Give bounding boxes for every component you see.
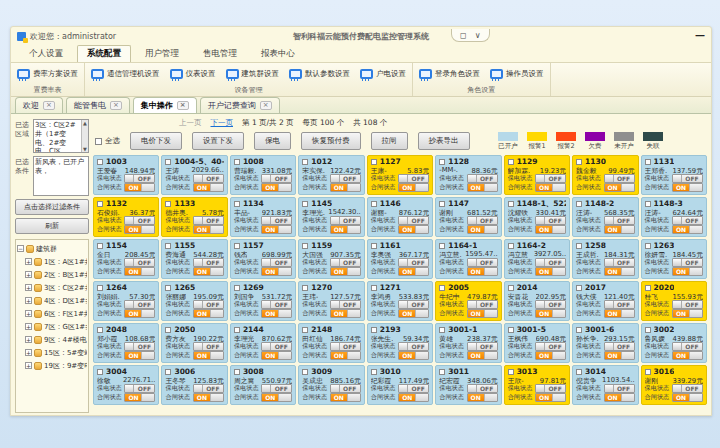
gate-toggle[interactable]: ON (604, 267, 635, 276)
card-checkbox[interactable] (576, 159, 582, 165)
scroll-up-icon[interactable]: ▲ (83, 120, 87, 126)
guard-toggle[interactable]: OFF (124, 258, 155, 267)
card-checkbox[interactable] (165, 201, 171, 207)
meter-card[interactable]: 1148-2汪涛-568.35元保电状态OFF合闸状态ON (572, 197, 638, 237)
gate-toggle[interactable]: ON (467, 183, 498, 192)
gate-toggle[interactable]: ON (398, 309, 429, 318)
card-checkbox[interactable] (97, 327, 103, 333)
guard-toggle[interactable]: OFF (467, 342, 498, 351)
guard-toggle[interactable]: OFF (398, 216, 429, 225)
menu-item-2[interactable]: 用户管理 (135, 45, 189, 62)
gate-toggle[interactable]: ON (467, 225, 498, 234)
meter-card[interactable]: 2148田红仙186.74元保电状态OFF合闸状态ON (298, 323, 364, 363)
gate-toggle[interactable]: ON (398, 351, 429, 360)
card-checkbox[interactable] (576, 243, 582, 249)
gate-toggle[interactable]: ON (193, 393, 224, 402)
guard-toggle[interactable]: OFF (124, 300, 155, 309)
tree-item-2[interactable]: +3区：C区2#井（1#变 (17, 281, 87, 294)
meter-card[interactable]: 1130魏金毅99.49元保电状态OFF合闸状态ON (572, 155, 638, 195)
expand-icon[interactable]: + (25, 258, 32, 265)
guard-toggle[interactable]: OFF (193, 300, 224, 309)
card-checkbox[interactable] (439, 243, 445, 249)
meter-card[interactable]: 1157钱杰698.99元保电状态OFF合闸状态ON (230, 239, 296, 279)
guard-toggle[interactable]: OFF (193, 258, 224, 267)
meter-card[interactable]: 2050费方友190.22元保电状态OFF合闸状态ON (161, 323, 227, 363)
expand-icon[interactable]: + (25, 271, 32, 278)
ribbon-button-1-2[interactable]: 建筑群设置 (226, 69, 280, 79)
card-checkbox[interactable] (165, 327, 171, 333)
tab-1[interactable]: 能管售电× (66, 97, 130, 113)
tool-button-3[interactable]: 恢复预付费 (301, 132, 361, 150)
card-checkbox[interactable] (302, 159, 308, 165)
card-checkbox[interactable] (302, 327, 308, 333)
gate-toggle[interactable]: ON (672, 267, 703, 276)
filter-select-button[interactable]: 点击选择过滤条件 (15, 199, 89, 215)
card-checkbox[interactable] (234, 327, 240, 333)
gate-toggle[interactable]: ON (672, 225, 703, 234)
guard-toggle[interactable]: OFF (604, 174, 635, 183)
collapse-icon[interactable]: − (17, 245, 24, 252)
guard-toggle[interactable]: OFF (261, 300, 292, 309)
card-checkbox[interactable] (439, 201, 445, 207)
guard-toggle[interactable]: OFF (604, 258, 635, 267)
card-checkbox[interactable] (97, 285, 103, 291)
tree-item-1[interactable]: +2区：B区1#井/B区1 (17, 268, 87, 281)
meter-card[interactable]: 1164-1冯立慧.1595.47..保电状态OFF合闸状态ON (435, 239, 501, 279)
gate-toggle[interactable]: ON (535, 393, 566, 402)
guard-toggle[interactable]: OFF (261, 174, 292, 183)
guard-toggle[interactable]: OFF (467, 258, 498, 267)
tool-button-1[interactable]: 设置下发 (192, 132, 244, 150)
gate-toggle[interactable]: ON (672, 183, 703, 192)
card-checkbox[interactable] (439, 285, 445, 291)
gate-toggle[interactable]: ON (398, 267, 429, 276)
listbox-scrollbar[interactable]: ▲ ▼ (81, 120, 88, 152)
guard-toggle[interactable]: OFF (330, 174, 361, 183)
guard-toggle[interactable]: OFF (672, 384, 703, 393)
meter-card[interactable]: 3001-5王枫伟690.48元保电状态OFF合闸状态ON (504, 323, 570, 363)
meter-card[interactable]: 1258王成哲.184.31元保电状态OFF合闸状态ON (572, 239, 638, 279)
refresh-button[interactable]: 刷新 (15, 218, 89, 234)
meter-card[interactable]: 1132石俊娟.36.37元保电状态OFF合闸状态ON (93, 197, 159, 237)
card-checkbox[interactable] (645, 369, 651, 375)
meter-card[interactable]: 1148-1、522沈耀铁330.41元保电状态OFF合闸状态ON (504, 197, 570, 237)
close-icon[interactable]: × (260, 101, 272, 110)
card-checkbox[interactable] (302, 243, 308, 249)
meter-card[interactable]: 1146谢丽-876.12元保电状态OFF合闸状态ON (367, 197, 433, 237)
guard-toggle[interactable]: OFF (124, 216, 155, 225)
card-checkbox[interactable] (508, 285, 514, 291)
guard-toggle[interactable]: OFF (330, 258, 361, 267)
meter-card[interactable]: 1003王爱春148.94元保电状态OFF合闸状态ON (93, 155, 159, 195)
guard-toggle[interactable]: OFF (535, 258, 566, 267)
ribbon-button-1-4[interactable]: 户电设置 (360, 69, 406, 79)
card-checkbox[interactable] (645, 285, 651, 291)
gate-toggle[interactable]: ON (330, 309, 361, 318)
meter-card[interactable]: 1154金日208.45元保电状态OFF合闸状态ON (93, 239, 159, 279)
meter-card[interactable]: 1134丰品-921.83元保电状态OFF合闸状态ON (230, 197, 296, 237)
expand-icon[interactable]: + (25, 362, 32, 369)
gate-toggle[interactable]: ON (124, 267, 155, 276)
gate-toggle[interactable]: ON (261, 393, 292, 402)
gate-toggle[interactable]: ON (193, 267, 224, 276)
card-checkbox[interactable] (645, 327, 651, 333)
gate-toggle[interactable]: ON (261, 225, 292, 234)
meter-card[interactable]: 1133德井奥.5.78元保电状态OFF合闸状态ON (161, 197, 227, 237)
guard-toggle[interactable]: OFF (467, 174, 498, 183)
expand-icon[interactable]: + (25, 310, 32, 317)
tree-item-3[interactable]: +4区：D区1#井（D区1 (17, 294, 87, 307)
gate-toggle[interactable]: ON (124, 183, 155, 192)
card-checkbox[interactable] (165, 285, 171, 291)
scroll-down-icon[interactable]: ▼ (83, 146, 87, 152)
expand-icon[interactable]: + (25, 323, 32, 330)
meter-card[interactable]: 1145李理光.1542.30..保电状态OFF合闸状态ON (298, 197, 364, 237)
expand-icon[interactable]: ◻ (460, 31, 467, 40)
gate-toggle[interactable]: ON (467, 267, 498, 276)
guard-toggle[interactable]: OFF (467, 300, 498, 309)
card-checkbox[interactable] (234, 243, 240, 249)
card-checkbox[interactable] (439, 159, 445, 165)
expand-icon[interactable]: + (25, 336, 32, 343)
gate-toggle[interactable]: ON (467, 309, 498, 318)
gate-toggle[interactable]: ON (330, 393, 361, 402)
meter-card[interactable]: 1263徐妍雪.184.45元保电状态OFF合闸状态ON (641, 239, 707, 279)
gate-toggle[interactable]: ON (261, 351, 292, 360)
meter-card[interactable]: 3004徐敏2276.71..保电状态OFF合闸状态ON (93, 365, 159, 405)
